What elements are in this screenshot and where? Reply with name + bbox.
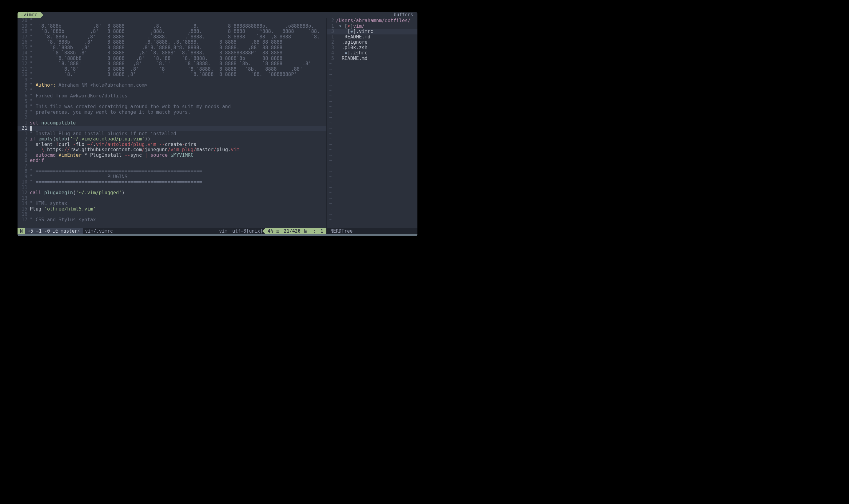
line-number: 17: [18, 217, 30, 223]
line-number: 3: [18, 142, 30, 147]
code-line[interactable]: 9" PLUGINS: [18, 174, 326, 180]
tree-empty-line: ~: [327, 110, 417, 115]
code-line[interactable]: 15Plug 'othree/html5.vim': [18, 206, 326, 212]
tree-area[interactable]: 2/Users/abrahamnm/dotfiles/1 ▾ [✗]vim/3 …: [327, 18, 417, 222]
tree-empty-line: ~: [327, 115, 417, 121]
tree-item[interactable]: 4 [✹].zshrc: [327, 50, 417, 56]
tree-item[interactable]: 2 .agignore: [327, 40, 417, 45]
code-line[interactable]: 9": [18, 77, 326, 83]
code-line[interactable]: 16: [18, 212, 326, 217]
line-position: 21/426 ㏑: [281, 228, 310, 234]
code-line[interactable]: 4" This file was created scratching arou…: [18, 104, 326, 110]
code-line[interactable]: 17" CSS and Stylus syntax: [18, 217, 326, 223]
code-line[interactable]: 11: [18, 185, 326, 191]
tree-item[interactable]: 1 README.md: [327, 34, 417, 40]
line-content: Plug 'othree/html5.vim': [30, 206, 96, 212]
code-line[interactable]: 4 \ https://raw.githubusercontent.com/ju…: [18, 147, 326, 153]
line-content: " `8.`888b8' 8 8888 ,8' `8.`88' `8.`8888…: [30, 56, 282, 61]
line-number: 3: [18, 110, 30, 115]
code-line[interactable]: 11" `8.`8' 8 8888 ,8' `8 `8.`8888. 8 888…: [18, 67, 326, 72]
nerdtree-pane[interactable]: 2/Users/abrahamnm/dotfiles/1 ▾ [✗]vim/3 …: [326, 18, 417, 228]
tree-item-label: ▾ [✗]vim/: [336, 24, 365, 29]
code-line[interactable]: 1set nocompatible: [18, 121, 326, 126]
tree-item[interactable]: 3 [✹].vimrc: [327, 29, 417, 34]
line-number: 13: [18, 56, 30, 61]
code-line[interactable]: 13" `8.`888b8' 8 8888 ,8' `8.`88' `8.`88…: [18, 56, 326, 61]
tree-line-number: 3: [327, 29, 336, 34]
tree-empty-line: ~: [327, 104, 417, 110]
code-line[interactable]: 13: [18, 196, 326, 201]
code-line[interactable]: 8" Author: Abraham NM <hola@abrahamnm.co…: [18, 83, 326, 88]
code-line[interactable]: 2if empty(glob('~/.vim/autoload/plug.vim…: [18, 137, 326, 142]
line-number: 17: [18, 34, 30, 40]
code-line[interactable]: 3" preferences, you may want to change i…: [18, 110, 326, 115]
line-number: 6: [18, 158, 30, 163]
tree-item[interactable]: 5 README.md: [327, 56, 417, 61]
code-line[interactable]: 18" `8.`888b ,8' 8 8888 ,888. ,888. 8 88…: [18, 29, 326, 34]
tree-item[interactable]: 2/Users/abrahamnm/dotfiles/: [327, 18, 417, 24]
code-line[interactable]: 14" `8.`888b ,8' 8 8888 ,8' `8.`8888' `8…: [18, 50, 326, 56]
code-area[interactable]: 20" 19" `8.`888b ,8' 8 8888 .8. .8. 8 88…: [18, 18, 326, 228]
line-content: " `8.` 8 8888 ,8' ` `8.`8888. 8 8888 `88…: [30, 72, 297, 77]
file-path: vim/.vimrc: [83, 228, 115, 234]
main-area: 20" 19" `8.`888b ,8' 8 8888 .8. .8. 8 88…: [18, 18, 417, 228]
editor-pane[interactable]: 20" 19" `8.`888b ,8' 8 8888 .8. .8. 8 88…: [18, 18, 326, 228]
tree-empty-line: ~: [327, 61, 417, 67]
tree-item[interactable]: 1 ▾ [✗]vim/: [327, 24, 417, 29]
tree-empty-line: ~: [327, 163, 417, 169]
tree-line-number: 2: [327, 40, 336, 45]
code-line[interactable]: 12" `8.`888' 8 8888 ,8' `8.`' `8.`8888. …: [18, 61, 326, 67]
code-line[interactable]: 17" `8.`888b ,8' 8 8888 .`8888. .`8888. …: [18, 34, 326, 40]
code-line[interactable]: 2: [18, 115, 326, 121]
tree-empty-line: ~: [327, 121, 417, 126]
code-line[interactable]: 12call plug#begin('~/.vim/plugged'): [18, 190, 326, 196]
code-line[interactable]: 7": [18, 88, 326, 94]
line-content: " preferences, you may want to change it…: [30, 110, 191, 115]
code-line[interactable]: 8" =====================================…: [18, 169, 326, 174]
line-content: ": [30, 18, 36, 24]
code-line[interactable]: 6endif: [18, 158, 326, 163]
code-line[interactable]: 21: [18, 126, 326, 131]
line-number: 12: [18, 61, 30, 67]
bottom-border: [18, 234, 417, 236]
line-content: call plug#begin('~/.vim/plugged'): [30, 190, 125, 196]
line-content: " CSS and Stylus syntax: [30, 217, 96, 223]
code-line[interactable]: 14" HTML syntax: [18, 201, 326, 206]
line-number: 1: [18, 131, 30, 137]
code-line[interactable]: 10" ====================================…: [18, 179, 326, 185]
tree-line-number: 5: [327, 56, 336, 61]
code-line[interactable]: 19" `8.`888b ,8' 8 8888 .8. .8. 8 888888…: [18, 24, 326, 29]
line-number: 8: [18, 169, 30, 174]
tree-item-label: .p10k.zsh: [336, 45, 368, 50]
active-tab[interactable]: .vimrc: [18, 12, 40, 18]
line-content: " `8.`888b ,8' 8 8888 ,8'8.`8888,8^8.`88…: [30, 45, 282, 51]
tree-empty-line: ~: [327, 185, 417, 191]
line-number: 13: [18, 196, 30, 201]
tree-empty-line: ~: [327, 158, 417, 163]
code-line[interactable]: 5": [18, 99, 326, 105]
line-content: " `8.`888b ,8' 8 8888 ,8.`8888. ,8.`8888…: [30, 40, 282, 45]
code-line[interactable]: 3 silent !curl -fLo ~/.vim/autoload/plug…: [18, 142, 326, 147]
line-number: 15: [18, 45, 30, 51]
code-line[interactable]: 1" Install Plug and install plugins if n…: [18, 131, 326, 137]
tree-line-number: 1: [327, 34, 336, 40]
tree-empty-line: ~: [327, 99, 417, 105]
tree-line-number: 2: [327, 18, 336, 23]
code-line[interactable]: 7: [18, 163, 326, 169]
code-line[interactable]: 16" `8.`888b ,8' 8 8888 ,8.`8888. ,8.`88…: [18, 40, 326, 45]
tree-item[interactable]: 3 .p10k.zsh: [327, 45, 417, 51]
buffers-label[interactable]: buffers: [391, 12, 417, 18]
line-content: [30, 126, 32, 131]
code-line[interactable]: 20": [18, 18, 326, 24]
line-number: 10: [18, 179, 30, 185]
code-line[interactable]: 15" `8.`888b ,8' 8 8888 ,8'8.`8888,8^8.`…: [18, 45, 326, 51]
tree-empty-line: ~: [327, 77, 417, 83]
code-line[interactable]: 10" `8.` 8 8888 ,8' ` `8.`8888. 8 8888 `…: [18, 72, 326, 77]
tree-empty-line: ~: [327, 131, 417, 137]
tree-line-number: 3: [327, 45, 336, 50]
col-sep: :: [310, 228, 318, 234]
line-number: 4: [18, 147, 30, 153]
line-content: " ======================================…: [30, 169, 202, 174]
code-line[interactable]: 5 autocmd VimEnter * PlugInstall --sync …: [18, 153, 326, 158]
code-line[interactable]: 6" Forked from AwkwardKore/dotfiles: [18, 93, 326, 99]
